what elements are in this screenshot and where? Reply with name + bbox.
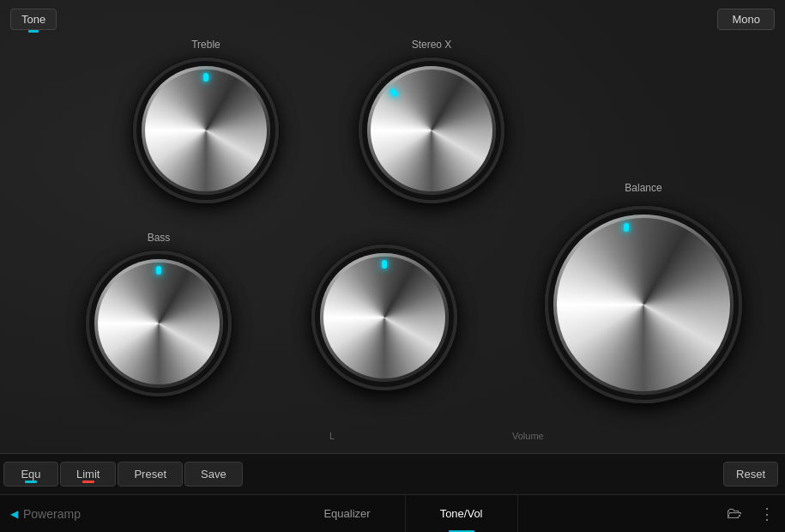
mid-dot xyxy=(382,260,387,269)
footer-bar: ◀ Poweramp Equalizer Tone/Vol 🗁 ⋮ xyxy=(0,494,785,532)
tab-limit[interactable]: Limit xyxy=(60,462,116,487)
stereox-label: Stereo X xyxy=(412,39,452,51)
stereox-dot xyxy=(389,88,399,98)
balance-dot xyxy=(624,223,629,232)
stereox-knob-wrap: Stereo X xyxy=(359,39,504,203)
bass-knob[interactable] xyxy=(94,259,223,388)
mid-knob[interactable] xyxy=(320,253,449,382)
footer-actions: 🗁 ⋮ xyxy=(716,501,785,527)
app-logo: ◀ Poweramp xyxy=(0,507,91,521)
app-title: Poweramp xyxy=(23,507,81,521)
tone-button[interactable]: Tone xyxy=(10,9,57,30)
treble-knob-ring xyxy=(133,57,279,203)
bass-dot xyxy=(156,266,161,275)
tab-equ[interactable]: Equ xyxy=(3,462,58,487)
mid-knob-wrap xyxy=(311,245,457,390)
treble-knob[interactable] xyxy=(142,66,270,195)
reset-button[interactable]: Reset xyxy=(723,462,778,487)
tab-preset[interactable]: Preset xyxy=(118,462,183,487)
bottom-tab-bar: Equ Limit Preset Save Reset xyxy=(0,453,785,494)
bass-knob-ring xyxy=(86,251,232,396)
treble-knob-wrap: Treble xyxy=(133,39,279,203)
limit-indicator xyxy=(82,481,94,483)
top-bar: Tone Mono xyxy=(0,0,785,38)
equ-indicator xyxy=(25,481,37,483)
footer-tab-equalizer[interactable]: Equalizer xyxy=(289,495,405,533)
chevron-icon: ◀ xyxy=(10,508,18,520)
mid-knob-ring xyxy=(311,245,457,390)
balance-label: Balance xyxy=(625,182,661,194)
treble-dot xyxy=(203,73,208,82)
channel-l-label: L xyxy=(329,431,335,441)
treble-label: Treble xyxy=(191,39,220,51)
preset-indicator xyxy=(144,481,156,483)
balance-knob-wrap: Balance xyxy=(545,206,742,403)
balance-knob-ring xyxy=(545,206,742,403)
balance-knob[interactable] xyxy=(553,215,734,395)
save-indicator xyxy=(208,481,220,483)
stereox-knob-ring xyxy=(359,57,504,203)
tab-save[interactable]: Save xyxy=(184,462,243,487)
bass-label: Bass xyxy=(148,232,171,244)
folder-icon[interactable]: 🗁 xyxy=(723,501,746,526)
menu-icon[interactable]: ⋮ xyxy=(756,501,778,527)
footer-tab-tonevol[interactable]: Tone/Vol xyxy=(406,495,518,533)
bass-knob-wrap: Bass xyxy=(86,232,232,396)
volume-label: Volume xyxy=(512,431,544,441)
stereox-knob[interactable] xyxy=(367,66,496,195)
mono-button[interactable]: Mono xyxy=(717,9,775,30)
footer-tab-group: Equalizer Tone/Vol xyxy=(91,495,716,533)
